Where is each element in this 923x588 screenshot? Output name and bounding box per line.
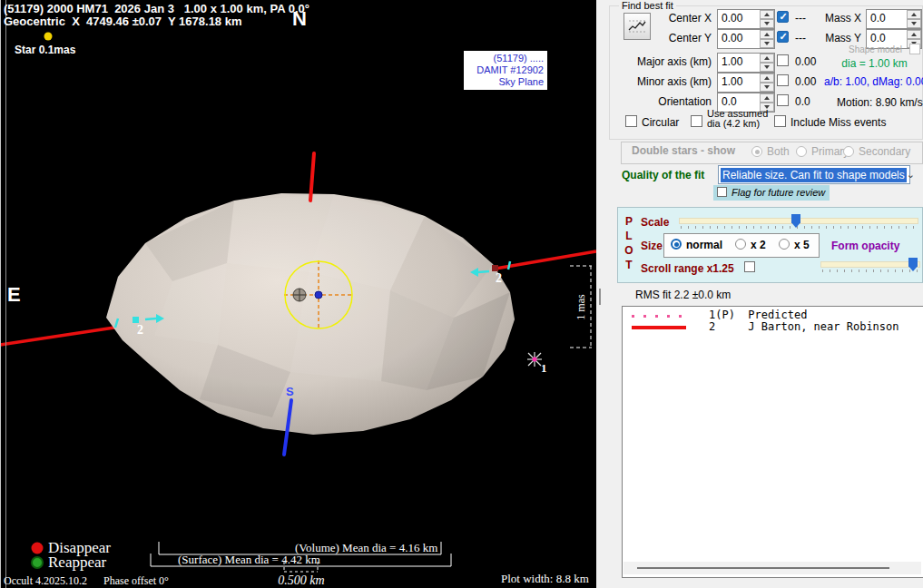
- center-x-value[interactable]: 0.00: [718, 10, 760, 28]
- center-y-up[interactable]: [760, 30, 774, 39]
- chord-2-left-label: 2: [137, 323, 143, 338]
- size-x5-radio[interactable]: [779, 239, 790, 250]
- scale-slider[interactable]: [679, 214, 918, 230]
- minor-axis-value[interactable]: 1.00: [718, 74, 760, 92]
- double-stars-both-radio[interactable]: [751, 146, 762, 157]
- center-y-value[interactable]: 0.00: [718, 30, 760, 48]
- center-x-spinner[interactable]: 0.00: [717, 9, 775, 29]
- shape-model-checkbox[interactable]: [909, 44, 920, 54]
- plot-width-label: Plot width: 8.8 km: [501, 572, 589, 586]
- star-size-dot: [44, 33, 53, 41]
- major-axis-err: 0.00: [795, 55, 816, 68]
- splitter-handle[interactable]: [599, 289, 601, 305]
- observations-listbox[interactable]: [622, 306, 923, 578]
- double-stars-title: Double stars - show: [630, 144, 737, 157]
- center-y-label: Center Y: [633, 32, 712, 44]
- center-y-flag: ---: [795, 32, 806, 44]
- orientation-up[interactable]: [760, 93, 774, 103]
- occult-app-window: (51179) 2000 HM71 2026 Jan 3 1.00 x 1.00…: [0, 0, 923, 588]
- find-best-fit-title: Find best fit: [619, 0, 676, 11]
- size-normal-label: normal: [686, 239, 722, 251]
- mass-y-label: Mass Y: [820, 32, 861, 44]
- double-stars-secondary-label: Secondary: [859, 145, 910, 158]
- surface-mean-dia-label: (Surface) Mean dia = 4.42 km: [178, 553, 320, 567]
- center-x-down[interactable]: [760, 19, 774, 28]
- minor-axis-label: Minor axis (km): [623, 75, 712, 88]
- center-x-up[interactable]: [760, 10, 774, 19]
- reappear-dot: [32, 557, 43, 568]
- scale-slider-ticks: [681, 226, 917, 229]
- scroll-range-label: Scroll range x1.25: [641, 262, 734, 275]
- rms-fit-label: RMS fit 2.2 ±0.0 km: [635, 289, 731, 301]
- mass-x-up[interactable]: [907, 10, 921, 19]
- double-stars-primary-radio[interactable]: [796, 146, 807, 157]
- minor-axis-err: 0.00: [795, 75, 816, 88]
- flag-review-checkbox[interactable]: [717, 187, 727, 197]
- orientation-fit-checkbox[interactable]: [777, 94, 789, 106]
- combo-dropdown-icon[interactable]: ⌄: [907, 169, 915, 181]
- model-box-damit-id: DAMIT #12902: [467, 64, 544, 76]
- assumed-dia-label: Use assumeddia (4.2 km): [707, 109, 768, 129]
- scrollbar-thumb-line[interactable]: [637, 567, 889, 569]
- minor-axis-spinner[interactable]: 1.00: [717, 73, 775, 93]
- major-axis-up[interactable]: [760, 54, 774, 63]
- form-opacity-slider-track[interactable]: [820, 261, 920, 268]
- minor-axis-down[interactable]: [760, 83, 774, 92]
- compass-east-label: E: [7, 283, 21, 307]
- quality-of-fit-value: Reliable size. Can fit to shape models: [721, 168, 907, 182]
- mass-y-up[interactable]: [907, 30, 921, 39]
- plot-title-line2: Geocentric X 4749.46 ±0.07 Y 1678.18 km: [4, 15, 242, 28]
- plot-panel-vertical-title: PLOT: [624, 215, 634, 280]
- observation-row-chord2[interactable]: 2 J Barton, near Robinson: [709, 320, 899, 333]
- center-x-flag: ---: [795, 12, 806, 24]
- circular-label: Circular: [642, 116, 679, 129]
- mass-x-spinner[interactable]: 0.0: [866, 9, 922, 29]
- size-x2-radio[interactable]: [735, 239, 746, 250]
- orientation-label: Orientation: [623, 95, 712, 108]
- major-axis-down[interactable]: [760, 63, 774, 72]
- include-miss-checkbox[interactable]: [774, 115, 786, 127]
- circular-checkbox[interactable]: [625, 115, 637, 127]
- star-diameter-label: Star 0.1mas: [15, 44, 75, 56]
- scale-label: Scale: [641, 216, 669, 229]
- major-axis-fit-checkbox[interactable]: [777, 54, 789, 66]
- center-y-spinner[interactable]: 0.00: [717, 29, 775, 49]
- quality-of-fit-label: Quality of the fit: [622, 169, 704, 181]
- disappear-dot: [32, 543, 44, 554]
- shape-model-label: Shape model: [849, 44, 902, 54]
- mass-x-down[interactable]: [907, 19, 921, 28]
- double-stars-secondary-radio[interactable]: [843, 146, 854, 157]
- dia-value-label: dia = 1.00 km: [831, 57, 918, 70]
- mass-x-label: Mass X: [820, 12, 861, 24]
- assumed-dia-checkbox[interactable]: [691, 115, 702, 127]
- predicted-line-sample: [632, 315, 686, 318]
- major-axis-value[interactable]: 1.00: [718, 54, 760, 72]
- size-x5-label: x 5: [794, 239, 810, 251]
- assumed-dia-line2: dia (4.2 km): [707, 118, 760, 129]
- include-miss-label: Include Miss events: [790, 116, 886, 129]
- model-box-asteroid-number: (51179) .....: [467, 53, 544, 64]
- observed-chord-line-sample: [632, 326, 686, 329]
- observation-row-predicted[interactable]: 1(P) Predicted: [709, 309, 807, 321]
- center-y-down[interactable]: [760, 39, 774, 48]
- major-axis-spinner[interactable]: 1.00: [717, 53, 775, 73]
- form-opacity-slider[interactable]: [820, 258, 920, 274]
- double-stars-both-label: Both: [767, 145, 790, 158]
- center-y-fit-checkbox[interactable]: [777, 31, 789, 43]
- listbox-horizontal-scrollbar[interactable]: [624, 562, 921, 574]
- south-pole-label: S: [286, 385, 294, 398]
- center-x-fit-checkbox[interactable]: [777, 11, 789, 23]
- compass-north-label: N: [292, 7, 307, 31]
- minor-axis-up[interactable]: [760, 74, 774, 83]
- model-box-sky-plane: Sky Plane: [467, 76, 544, 88]
- size-normal-radio[interactable]: [671, 239, 682, 250]
- sky-plane-plot-canvas[interactable]: (51179) 2000 HM71 2026 Jan 3 1.00 x 1.00…: [0, 0, 596, 588]
- geometric-center-dot: [315, 291, 322, 299]
- mass-x-value[interactable]: 0.0: [867, 10, 907, 28]
- scroll-range-checkbox[interactable]: [744, 261, 755, 272]
- asteroid-shape-model: [106, 193, 515, 435]
- minor-axis-fit-checkbox[interactable]: [777, 74, 789, 86]
- ab-dmag-label: a/b: 1.00, dMag: 0.00: [824, 75, 923, 88]
- legend-reappear-label: Reappear: [48, 554, 106, 572]
- quality-of-fit-combobox[interactable]: Reliable size. Can fit to shape models ⌄: [718, 165, 910, 184]
